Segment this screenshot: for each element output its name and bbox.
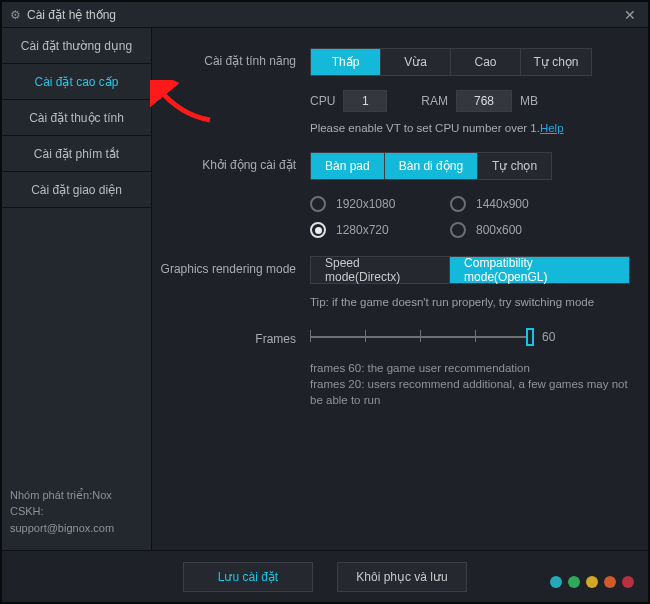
startup-seg-opt-0[interactable]: Bàn pad — [311, 153, 385, 179]
perf-seg-opt-3[interactable]: Tự chọn — [521, 49, 591, 75]
vt-text: Please enable VT to set CPU number over … — [310, 122, 540, 134]
resolution-group: 1920x10801440x9001280x720800x600 — [310, 196, 630, 238]
startup-label: Khởi động cài đặt — [160, 152, 310, 172]
cpu-input[interactable]: 1 — [343, 90, 387, 112]
radio-icon — [450, 196, 466, 212]
sidebar-item-2[interactable]: Cài đặt thuộc tính — [2, 100, 151, 136]
vt-help-link[interactable]: Help — [540, 122, 564, 134]
perf-seg-opt-1[interactable]: Vừa — [381, 49, 451, 75]
restore-button[interactable]: Khôi phục và lưu — [337, 562, 467, 592]
frames-note-1: frames 60: the game user recommendation — [310, 360, 630, 376]
support-email: support@bignox.com — [10, 520, 143, 537]
startup-seg-opt-1[interactable]: Bàn di động — [385, 153, 478, 179]
close-icon[interactable]: ✕ — [620, 7, 640, 23]
graphics-seg-opt-1[interactable]: Compatibility mode(OpenGL) — [450, 257, 629, 283]
resolution-label: 1440x900 — [476, 197, 529, 211]
titlebar: ⚙ Cài đặt hệ thống ✕ — [2, 2, 648, 28]
color-dots — [550, 576, 634, 588]
ram-input[interactable]: 768 — [456, 90, 512, 112]
footer: Lưu cài đặt Khôi phục và lưu — [2, 550, 648, 602]
dev-team-label: Nhóm phát triển:Nox — [10, 487, 143, 504]
color-dot-3[interactable] — [604, 576, 616, 588]
startup-segmented: Bàn padBàn di độngTự chọn — [310, 152, 552, 180]
save-button[interactable]: Lưu cài đặt — [183, 562, 313, 592]
sidebar-footer: Nhóm phát triển:Nox CSKH: support@bignox… — [2, 477, 151, 551]
perf-seg-opt-2[interactable]: Cao — [451, 49, 521, 75]
perf-label: Cài đặt tính năng — [160, 48, 310, 68]
frames-note-2: frames 20: users recommend additional, a… — [310, 376, 630, 408]
color-dot-0[interactable] — [550, 576, 562, 588]
radio-icon — [310, 222, 326, 238]
graphics-segmented: Speed mode(Directx)Compatibility mode(Op… — [310, 256, 630, 284]
radio-icon — [450, 222, 466, 238]
resolution-radio-1920x1080[interactable]: 1920x1080 — [310, 196, 450, 212]
frames-slider[interactable] — [310, 326, 530, 348]
color-dot-2[interactable] — [586, 576, 598, 588]
resolution-label: 1280x720 — [336, 223, 389, 237]
window-title: Cài đặt hệ thống — [27, 8, 620, 22]
sidebar-item-4[interactable]: Cài đặt giao diện — [2, 172, 151, 208]
graphics-tip: Tip: if the game doesn't run properly, t… — [310, 296, 630, 308]
sidebar-item-1[interactable]: Cài đặt cao cấp — [2, 64, 151, 100]
slider-thumb[interactable] — [526, 328, 534, 346]
frames-value: 60 — [542, 330, 555, 344]
startup-seg-opt-2[interactable]: Tự chọn — [478, 153, 551, 179]
sidebar-item-0[interactable]: Cài đặt thường dụng — [2, 28, 151, 64]
sidebar: Cài đặt thường dụngCài đặt cao cấpCài đặ… — [2, 28, 152, 550]
sidebar-item-3[interactable]: Cài đặt phím tắt — [2, 136, 151, 172]
support-label: CSKH: — [10, 503, 143, 520]
perf-seg-opt-0[interactable]: Thấp — [311, 49, 381, 75]
perf-segmented: ThấpVừaCaoTự chọn — [310, 48, 592, 76]
frames-label: Frames — [160, 326, 310, 346]
mb-label: MB — [520, 94, 538, 108]
color-dot-4[interactable] — [622, 576, 634, 588]
cpu-label: CPU — [310, 94, 335, 108]
resolution-radio-800x600[interactable]: 800x600 — [450, 222, 590, 238]
graphics-seg-opt-0[interactable]: Speed mode(Directx) — [311, 257, 450, 283]
resolution-radio-1440x900[interactable]: 1440x900 — [450, 196, 590, 212]
color-dot-1[interactable] — [568, 576, 580, 588]
radio-icon — [310, 196, 326, 212]
gear-icon: ⚙ — [10, 8, 21, 22]
resolution-label: 1920x1080 — [336, 197, 395, 211]
graphics-label: Graphics rendering mode — [160, 256, 310, 276]
content: Cài đặt tính năng ThấpVừaCaoTự chọn CPU … — [152, 28, 648, 550]
resolution-radio-1280x720[interactable]: 1280x720 — [310, 222, 450, 238]
ram-label: RAM — [421, 94, 448, 108]
resolution-label: 800x600 — [476, 223, 522, 237]
